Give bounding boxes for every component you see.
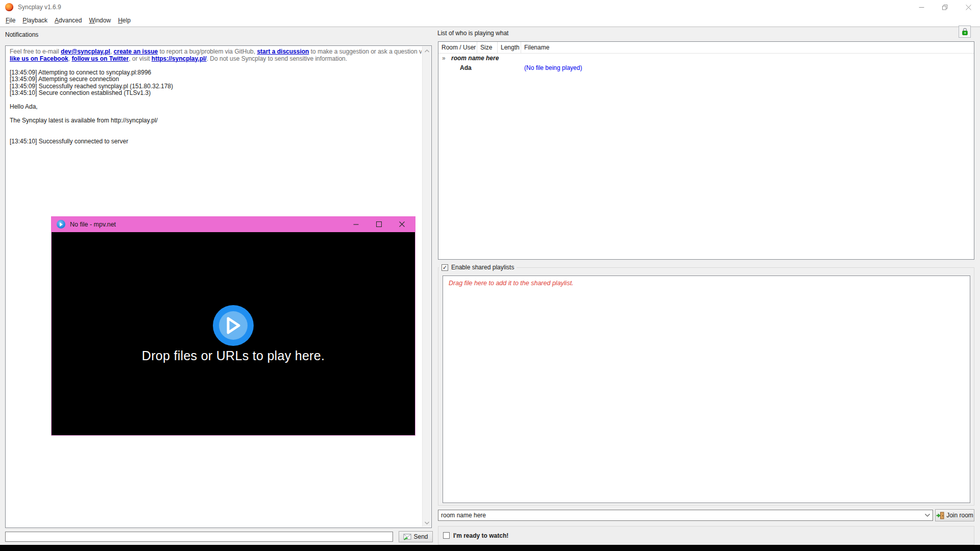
- shared-playlist-area[interactable]: Drag file here to add it to the shared p…: [443, 276, 970, 503]
- minimize-icon: [919, 5, 924, 10]
- drop-files-hint: Drop files or URLs to play here.: [52, 348, 415, 363]
- enable-shared-playlists-checkbox[interactable]: ✓: [442, 264, 448, 271]
- user-list-table[interactable]: Room / UserSizeLengthFilename » room nam…: [438, 41, 974, 260]
- join-room-label: Join room: [946, 512, 973, 519]
- notification-link[interactable]: dev@syncplay.pl: [61, 48, 110, 55]
- menu-advanced[interactable]: Advanced: [51, 15, 85, 26]
- menu-playback[interactable]: Playback: [19, 15, 51, 26]
- menu-file[interactable]: File: [2, 15, 19, 26]
- scroll-down-icon[interactable]: [423, 518, 431, 527]
- user-row[interactable]: Ada: [460, 64, 472, 71]
- notifications-scrollbar[interactable]: [422, 46, 431, 527]
- column-header-filename[interactable]: Filename: [521, 42, 974, 53]
- notification-line: [13:45:09] Attempting to connect to sync…: [10, 69, 419, 77]
- column-header-size[interactable]: Size: [477, 42, 498, 53]
- room-expand-icon[interactable]: »: [442, 55, 446, 62]
- mpv-minimize-button[interactable]: [345, 216, 368, 232]
- scroll-up-icon[interactable]: [423, 46, 431, 55]
- chevron-down-icon[interactable]: [922, 514, 933, 517]
- mpv-maximize-button[interactable]: [368, 216, 390, 232]
- notification-line: like us on Facebook, follow us on Twitte…: [10, 56, 419, 63]
- notification-line: The Syncplay latest is available from ht…: [10, 117, 419, 124]
- notification-line: [13:45:09] Successfully reached syncplay…: [10, 83, 419, 90]
- notification-line: [10, 111, 419, 118]
- notification-line: Hello Ada,: [10, 104, 419, 111]
- notification-link[interactable]: start a discussion: [257, 48, 309, 55]
- notification-line: [13:45:10] Successfully connected to ser…: [10, 138, 419, 145]
- send-label: Send: [413, 533, 428, 540]
- mpv-video-area[interactable]: Drop files or URLs to play here.: [51, 232, 415, 436]
- menu-help[interactable]: Help: [114, 15, 134, 26]
- play-button[interactable]: [213, 305, 254, 346]
- notification-line: [10, 131, 419, 138]
- notification-line: [10, 62, 419, 69]
- secure-connection-button[interactable]: [959, 26, 971, 38]
- user-list-header: Room / UserSizeLengthFilename: [438, 42, 974, 54]
- mpv-app-icon: [57, 220, 65, 229]
- bottom-black-bar: [0, 545, 980, 551]
- user-row-filename: (No file being played): [524, 64, 582, 71]
- restore-icon: [942, 5, 948, 10]
- notification-line: [10, 124, 419, 132]
- menu-window[interactable]: Window: [85, 15, 114, 26]
- ready-groupbox: I'm ready to watch!: [438, 526, 974, 545]
- enable-shared-playlists[interactable]: ✓ Enable shared playlists: [439, 263, 517, 271]
- notification-line: Feel free to e-mail dev@syncplay.pl, cre…: [10, 48, 419, 56]
- mpv-close-button[interactable]: [390, 216, 413, 232]
- ready-to-watch-checkbox[interactable]: [443, 532, 450, 539]
- enable-shared-playlists-label: Enable shared playlists: [451, 264, 514, 271]
- notification-link[interactable]: https://syncplay.pl/: [152, 55, 207, 62]
- play-icon: [225, 316, 242, 335]
- notification-link[interactable]: like us on Facebook: [10, 55, 68, 62]
- minimize-button[interactable]: [910, 0, 933, 14]
- mpv-window-title: No file - mpv.net: [70, 221, 116, 228]
- notification-link[interactable]: create an issue: [114, 48, 158, 55]
- door-enter-icon: [936, 512, 944, 519]
- syncplay-logo-icon: [5, 3, 13, 11]
- play-button-inner: [219, 311, 248, 340]
- room-row[interactable]: room name here: [451, 55, 499, 62]
- window-title: Syncplay v1.6.9: [18, 4, 61, 11]
- notifications-label: Notifications: [5, 31, 38, 38]
- notification-link[interactable]: follow us on Twitter: [71, 55, 129, 62]
- notification-line: [13:45:09] Attempting secure connection: [10, 76, 419, 83]
- notification-line: [13:45:10] Secure connection established…: [10, 90, 419, 97]
- send-button[interactable]: Send: [399, 531, 433, 542]
- padlock-icon: [961, 28, 969, 36]
- mpv-titlebar[interactable]: No file - mpv.net: [51, 216, 415, 232]
- room-name-combobox[interactable]: room name here: [438, 510, 933, 521]
- user-list-label: List of who is playing what: [437, 30, 508, 37]
- playlist-drop-hint: Drag file here to add it to the shared p…: [449, 280, 574, 287]
- room-name-value: room name here: [441, 512, 922, 519]
- envelope-send-icon: [403, 534, 411, 540]
- menu-bar: FilePlaybackAdvancedWindowHelp: [0, 14, 980, 27]
- restore-button[interactable]: [933, 0, 957, 14]
- column-header-room-user[interactable]: Room / User: [438, 42, 477, 53]
- minimize-icon: [353, 221, 359, 227]
- ready-to-watch-label: I'm ready to watch!: [453, 532, 508, 539]
- mpv-window: No file - mpv.net Drop files or URLs to …: [51, 216, 415, 436]
- maximize-icon: [376, 221, 382, 227]
- window-titlebar: Syncplay v1.6.9: [0, 0, 980, 14]
- column-header-length[interactable]: Length: [498, 42, 521, 53]
- close-icon: [399, 221, 405, 227]
- close-icon: [966, 5, 971, 10]
- join-room-button[interactable]: Join room: [935, 509, 974, 521]
- close-button[interactable]: [957, 0, 980, 14]
- notification-line: [10, 97, 419, 104]
- chat-message-input[interactable]: [5, 532, 393, 542]
